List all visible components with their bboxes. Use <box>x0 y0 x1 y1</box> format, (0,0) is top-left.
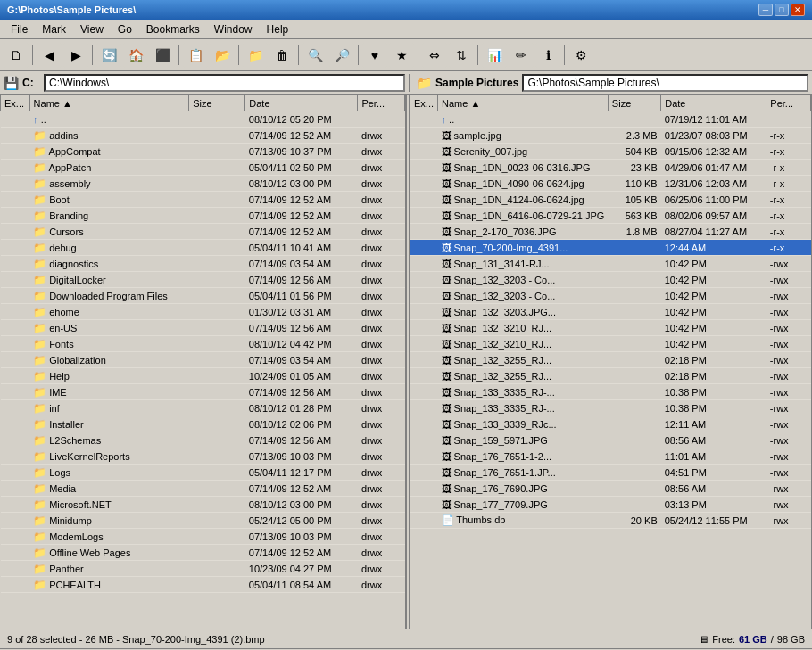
move-files-button[interactable]: 📂 <box>210 43 235 68</box>
right-list-item[interactable]: 🖼 Snap_1DN_0023-06-0316.JPG 23 KB 04/29/… <box>410 160 811 176</box>
stop-button[interactable]: ⬛ <box>150 43 175 68</box>
forward-button[interactable]: ▶ <box>63 43 88 68</box>
right-list-item[interactable]: ↑ .. 07/19/12 11:01 AM <box>410 111 811 128</box>
left-list-item[interactable]: ↑ .. 08/10/12 05:20 PM <box>1 111 405 128</box>
left-list-item[interactable]: 📁 Globalization 07/14/09 03:54 AM drwx <box>1 352 405 368</box>
right-list-item[interactable]: 🖼 Serenity_007.jpg 504 KB 09/15/06 12:32… <box>410 144 811 160</box>
left-list-item[interactable]: 📁 Help 10/24/09 01:05 AM drwx <box>1 368 405 384</box>
right-list-item[interactable]: 🖼 Snap_132_3255_RJ... 02:18 PM -rwx <box>410 368 811 384</box>
right-list-item[interactable]: 🖼 Snap_1DN_4124-06-0624.jpg 105 KB 06/25… <box>410 192 811 208</box>
left-list-item[interactable]: 📁 AppPatch 05/04/11 02:50 PM drwx <box>1 160 405 176</box>
favorites-button[interactable]: ♥ <box>362 43 387 68</box>
right-file-list-container[interactable]: Ex... Name ▲ Size Date Per... ↑ .. 07/19… <box>410 95 811 629</box>
view-toggle-button[interactable]: 📊 <box>482 43 507 68</box>
left-col-per[interactable]: Per... <box>358 95 405 111</box>
delete-button[interactable]: 🗑 <box>269 43 294 68</box>
left-path-input[interactable] <box>44 74 405 92</box>
left-col-date[interactable]: Date <box>245 95 358 111</box>
refresh-button[interactable]: 🔄 <box>96 43 121 68</box>
left-file-list-container[interactable]: Ex... Name ▲ Size Date Per... ↑ .. 08/10… <box>0 95 405 629</box>
right-list-item[interactable]: 🖼 Snap_132_3203.JPG... 10:42 PM -rwx <box>410 304 811 320</box>
left-list-item[interactable]: 📁 Downloaded Program Files 05/04/11 01:5… <box>1 288 405 304</box>
right-list-item[interactable]: 🖼 Snap_1DN_6416-06-0729-21.JPG 563 KB 08… <box>410 208 811 224</box>
compare-button[interactable]: ⇔ <box>422 43 447 68</box>
menu-help[interactable]: Help <box>260 21 296 37</box>
right-list-item[interactable]: 🖼 Snap_131_3141-RJ... 10:42 PM -rwx <box>410 256 811 272</box>
info-button[interactable]: ℹ <box>535 43 560 68</box>
right-list-item[interactable]: 🖼 Snap_177_7709.JPG 03:13 PM -rwx <box>410 497 811 513</box>
back-button[interactable]: ◀ <box>37 43 62 68</box>
menu-bookmarks[interactable]: Bookmarks <box>139 21 207 37</box>
left-list-item[interactable]: 📁 ehome 01/30/12 03:31 AM drwx <box>1 304 405 320</box>
new-folder-button[interactable]: 📁 <box>243 43 268 68</box>
left-col-name[interactable]: Name ▲ <box>29 95 189 111</box>
search-button[interactable]: 🔍 <box>302 43 327 68</box>
left-list-item[interactable]: 📁 PCHEALTH 05/04/11 08:54 AM drwx <box>1 577 405 593</box>
copy-files-button[interactable]: 📋 <box>183 43 208 68</box>
star-button[interactable]: ★ <box>389 43 414 68</box>
right-list-item[interactable]: 🖼 Snap_132_3203 - Co... 10:42 PM -rwx <box>410 288 811 304</box>
left-list-item[interactable]: 📁 Media 07/14/09 12:52 AM drwx <box>1 481 405 497</box>
left-list-item[interactable]: 📁 addins 07/14/09 12:52 AM drwx <box>1 128 405 144</box>
right-list-item[interactable]: 🖼 Snap_132_3255_RJ... 02:18 PM -rwx <box>410 352 811 368</box>
left-list-item[interactable]: 📁 AppCompat 07/13/09 10:37 PM drwx <box>1 144 405 160</box>
right-list-item[interactable]: 🖼 Snap_2-170_7036.JPG 1.8 MB 08/27/04 11… <box>410 224 811 240</box>
right-list-item[interactable]: 🖼 Snap_133_3335_RJ-... 10:38 PM -rwx <box>410 384 811 400</box>
right-list-item[interactable]: 🖼 Snap_176_7651-1-2... 11:01 AM -rwx <box>410 448 811 465</box>
left-list-item[interactable]: 📁 en-US 07/14/09 12:56 AM drwx <box>1 320 405 336</box>
minimize-button[interactable]: ─ <box>758 4 773 16</box>
left-list-item[interactable]: 📁 Cursors 07/14/09 12:52 AM drwx <box>1 224 405 240</box>
menu-go[interactable]: Go <box>111 21 139 37</box>
left-list-item[interactable]: 📁 debug 05/04/11 10:41 AM drwx <box>1 240 405 256</box>
new-tab-button[interactable]: 🗋 <box>4 43 29 68</box>
left-list-item[interactable]: 📁 Panther 10/23/09 04:27 PM drwx <box>1 561 405 577</box>
right-list-item[interactable]: 🖼 Snap_133_3335_RJ-... 10:38 PM -rwx <box>410 400 811 416</box>
close-button[interactable]: ✕ <box>791 4 805 16</box>
menu-file[interactable]: File <box>4 21 35 37</box>
right-list-item[interactable]: 🖼 sample.jpg 2.3 MB 01/23/07 08:03 PM -r… <box>410 128 811 144</box>
right-col-per[interactable]: Per... <box>766 95 811 111</box>
left-list-item[interactable]: 📁 inf 08/10/12 01:28 PM drwx <box>1 400 405 416</box>
right-list-item[interactable]: 🖼 Snap_132_3210_RJ... 10:42 PM -rwx <box>410 336 811 352</box>
right-list-item[interactable]: 🖼 Snap_1DN_4090-06-0624.jpg 110 KB 12/31… <box>410 176 811 192</box>
filter-button[interactable]: 🔎 <box>329 43 354 68</box>
left-list-item[interactable]: 📁 Installer 08/10/12 02:06 PM drwx <box>1 416 405 432</box>
edit-button[interactable]: ✏ <box>509 43 534 68</box>
left-list-item[interactable]: 📁 LiveKernelReports 07/13/09 10:03 PM dr… <box>1 448 405 465</box>
right-list-item[interactable]: 📄 Thumbs.db 20 KB 05/24/12 11:55 PM -rwx <box>410 513 811 529</box>
left-list-item[interactable]: 📁 diagnostics 07/14/09 03:54 AM drwx <box>1 256 405 272</box>
settings-button[interactable]: ⚙ <box>568 43 593 68</box>
left-list-item[interactable]: 📁 Fonts 08/10/12 04:42 PM drwx <box>1 336 405 352</box>
right-list-item[interactable]: 🖼 Snap_133_3339_RJc... 12:11 AM -rwx <box>410 416 811 432</box>
left-list-item[interactable]: 📁 Logs 05/04/11 12:17 PM drwx <box>1 465 405 481</box>
left-list-item[interactable]: 📁 ModemLogs 07/13/09 10:03 PM drwx <box>1 529 405 545</box>
right-col-date[interactable]: Date <box>661 95 766 111</box>
left-list-item[interactable]: 📁 L2Schemas 07/14/09 12:56 AM drwx <box>1 432 405 448</box>
left-list-item[interactable]: 📁 Boot 07/14/09 12:52 AM drwx <box>1 192 405 208</box>
left-col-ex[interactable]: Ex... <box>1 95 30 111</box>
left-col-size[interactable]: Size <box>189 95 245 111</box>
left-list-item[interactable]: 📁 assembly 08/10/12 03:00 PM drwx <box>1 176 405 192</box>
right-list-item[interactable]: 🖼 Snap_132_3210_RJ... 10:42 PM -rwx <box>410 320 811 336</box>
left-list-item[interactable]: 📁 Offline Web Pages 07/14/09 12:52 AM dr… <box>1 545 405 561</box>
menu-view[interactable]: View <box>73 21 111 37</box>
left-list-item[interactable]: 📁 Minidump 05/24/12 05:00 PM drwx <box>1 513 405 529</box>
left-list-item[interactable]: 📁 DigitalLocker 07/14/09 12:56 AM drwx <box>1 272 405 288</box>
right-col-name[interactable]: Name ▲ <box>438 95 609 111</box>
right-path-input[interactable] <box>522 74 808 92</box>
sync-button[interactable]: ⇅ <box>449 43 474 68</box>
left-list-item[interactable]: 📁 IME 07/14/09 12:56 AM drwx <box>1 384 405 400</box>
right-col-ex[interactable]: Ex... <box>410 95 438 111</box>
menu-window[interactable]: Window <box>207 21 260 37</box>
right-list-item[interactable]: 🖼 Snap_132_3203 - Co... 10:42 PM -rwx <box>410 272 811 288</box>
right-list-item[interactable]: 🖼 Snap_70-200-Img_4391... 12:44 AM -r-x <box>410 240 811 256</box>
right-list-item[interactable]: 🖼 Snap_176_7651-1.JP... 04:51 PM -rwx <box>410 465 811 481</box>
menu-mark[interactable]: Mark <box>35 21 73 37</box>
right-col-size[interactable]: Size <box>608 95 660 111</box>
home-button[interactable]: 🏠 <box>123 43 148 68</box>
maximize-button[interactable]: □ <box>775 4 789 16</box>
left-list-item[interactable]: 📁 Microsoft.NET 08/10/12 03:00 PM drwx <box>1 497 405 513</box>
right-list-item[interactable]: 🖼 Snap_159_5971.JPG 08:56 AM -rwx <box>410 432 811 448</box>
left-list-item[interactable]: 📁 Branding 07/14/09 12:52 AM drwx <box>1 208 405 224</box>
right-list-item[interactable]: 🖼 Snap_176_7690.JPG 08:56 AM -rwx <box>410 481 811 497</box>
